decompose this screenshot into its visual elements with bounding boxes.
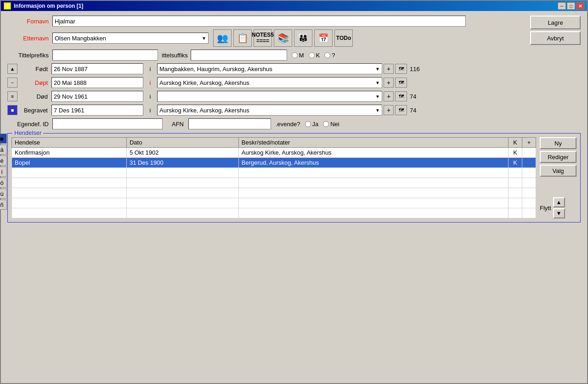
col-hendelse: Hendelse — [12, 138, 127, 148]
levende-nei: Nei — [323, 121, 339, 128]
gender-radio-group: M K ? — [292, 52, 335, 59]
levende-ja: Ja — [305, 121, 319, 128]
date-row-2: ≡ Død i ▼ + 🗺 74 — [7, 91, 581, 102]
books-toolbar-btn[interactable]: 📚 — [274, 29, 292, 47]
main-window: i Informasjon om person [1] ─ □ ✕ Lagre … — [0, 0, 588, 384]
save-button[interactable]: Lagre — [530, 16, 581, 29]
event-action-buttons: Ny Rediger Valg Flytt ▲ ▼ — [540, 137, 577, 218]
col-k: K — [509, 138, 522, 148]
titelsuffiks-input[interactable] — [191, 50, 287, 61]
place-value-1: Aurskog Kirke, Aurskog, Akershus — [159, 79, 249, 86]
side-char-u[interactable]: ú — [0, 189, 7, 199]
place-plus-1[interactable]: + — [384, 78, 394, 88]
ny-button[interactable]: Ny — [540, 137, 577, 149]
action-buttons: Lagre Avbryt — [530, 16, 581, 45]
place-select-1[interactable]: Aurskog Kirke, Aurskog, Akershus ▼ — [157, 77, 382, 88]
date-row-1: − Døpt i Aurskog Kirke, Aurskog, Akershu… — [7, 77, 581, 88]
rediger-button[interactable]: Rediger — [540, 151, 577, 163]
etternavn-select[interactable]: Olsen Mangbakken ▼ — [52, 33, 209, 44]
side-char-a[interactable]: á — [0, 145, 7, 155]
spacer — [540, 178, 577, 191]
place-map-1[interactable]: 🗺 — [395, 78, 407, 88]
place-arrow-0[interactable]: ▼ — [375, 67, 380, 72]
place-plus-2[interactable]: + — [384, 91, 394, 101]
place-map-0[interactable]: 🗺 — [395, 64, 407, 74]
afn-label: AFN — [172, 121, 184, 128]
todo-toolbar-btn[interactable]: TODo — [334, 29, 353, 47]
valg-button[interactable]: Valg — [540, 165, 577, 177]
titelsuffiks-label: ittelsuffiks — [162, 52, 188, 59]
row-indicator-2[interactable]: ≡ — [7, 91, 17, 101]
place-plus-3[interactable]: + — [384, 105, 394, 115]
tittelprefiks-row: Tittelprefiks ittelsuffiks M K ? — [7, 50, 581, 61]
place-value-0: Mangbakken, Haugrim, Aurskog, Akershus — [159, 66, 272, 72]
place-plus-0[interactable]: + — [384, 64, 394, 74]
cell-hendelse-1: Bopel — [12, 158, 127, 168]
row-indicator-1[interactable]: − — [7, 78, 17, 88]
date-input-0[interactable] — [51, 63, 143, 74]
place-select-3[interactable]: Aurskog Kirke, Aurskog, Akershus ▼ — [157, 105, 382, 116]
date-row-3: ■ Begravet i Aurskog Kirke, Aurskog, Ake… — [7, 105, 581, 116]
side-char-i[interactable]: í — [0, 167, 7, 177]
nei-radio[interactable] — [323, 121, 329, 127]
egendef-label: Egendef. ID — [7, 121, 49, 128]
col-dato: Dato — [126, 138, 238, 148]
side-char-e[interactable]: é — [0, 156, 7, 166]
people-toolbar-btn[interactable]: 👥 — [213, 29, 232, 47]
etternavn-value: Olsen Mangbakken — [55, 35, 106, 42]
i-indicator-3: i — [146, 107, 154, 114]
side-chars-panel: ■ á é í ó ú ñ — [0, 134, 7, 210]
cell-plus-0 — [522, 148, 536, 158]
place-map-3[interactable]: 🗺 — [395, 105, 407, 115]
title-bar: i Informasjon om person [1] ─ □ ✕ — [1, 1, 587, 11]
date-input-2[interactable] — [51, 91, 143, 102]
badge-2: 74 — [410, 93, 416, 100]
cancel-button[interactable]: Avbryt — [530, 31, 581, 45]
side-char-n[interactable]: ñ — [0, 200, 7, 210]
etternavn-arrow[interactable]: ▼ — [202, 36, 206, 41]
radio-k-input[interactable] — [309, 52, 315, 58]
place-select-0[interactable]: Mangbakken, Haugrim, Aurskog, Akershus ▼ — [157, 63, 382, 74]
table-row[interactable]: Konfirmasjon 5 Okt 1902 Aurskog Kirke, A… — [12, 148, 536, 158]
notes-toolbar-btn[interactable]: NOTES5==== — [254, 29, 272, 47]
place-arrow-2[interactable]: ▼ — [375, 94, 380, 99]
close-button[interactable]: ✕ — [576, 2, 584, 10]
document-toolbar-btn[interactable]: 📋 — [233, 29, 252, 47]
date-row-0: ▲ Født i Mangbakken, Haugrim, Aurskog, A… — [7, 63, 581, 74]
place-arrow-1[interactable]: ▼ — [375, 80, 380, 85]
date-input-1[interactable] — [51, 77, 143, 88]
side-char-o[interactable]: ó — [0, 178, 7, 188]
place-select-2[interactable]: ▼ — [157, 91, 382, 102]
place-map-2[interactable]: 🗺 — [395, 91, 407, 101]
window-icon: i — [4, 2, 11, 10]
maximize-button[interactable]: □ — [567, 2, 575, 10]
radio-q-input[interactable] — [324, 52, 330, 58]
cell-beskr-0: Aurskog Kirke, Aurskog, Akershus — [238, 148, 508, 158]
title-bar-buttons: ─ □ ✕ — [558, 2, 584, 10]
badge-3: 74 — [410, 107, 416, 114]
date-input-3[interactable] — [51, 105, 143, 116]
radio-m-input[interactable] — [292, 52, 298, 58]
row-indicator-0[interactable]: ▲ — [7, 64, 17, 74]
table-row[interactable]: Bopel 31 Des 1900 Bergerud, Aurskog, Ake… — [12, 158, 536, 168]
calendar-toolbar-btn[interactable]: 📅 — [314, 29, 333, 47]
badge-0: 116 — [410, 66, 420, 72]
date-label-0: Født — [20, 66, 48, 72]
cell-hendelse-0: Konfirmasjon — [12, 148, 127, 158]
flytt-down-button[interactable]: ▼ — [553, 208, 565, 218]
ja-radio[interactable] — [305, 121, 311, 127]
flytt-up-button[interactable]: ▲ — [553, 197, 565, 207]
radio-k-label: K — [316, 52, 320, 59]
afn-input[interactable] — [188, 118, 271, 129]
minimize-button[interactable]: ─ — [558, 2, 566, 10]
place-arrow-3[interactable]: ▼ — [375, 108, 380, 113]
fornavn-input[interactable] — [52, 16, 466, 27]
tittelprefiks-input[interactable] — [52, 50, 158, 61]
egendef-input[interactable] — [52, 118, 163, 129]
date-label-1: Døpt — [20, 79, 48, 86]
side-char-blue[interactable]: ■ — [0, 134, 7, 144]
family-toolbar-btn[interactable]: 👨‍👩‍👧 — [294, 29, 312, 47]
place-value-3: Aurskog Kirke, Aurskog, Akershus — [159, 107, 249, 114]
radio-k: K — [309, 52, 320, 59]
row-indicator-3[interactable]: ■ — [7, 105, 17, 115]
